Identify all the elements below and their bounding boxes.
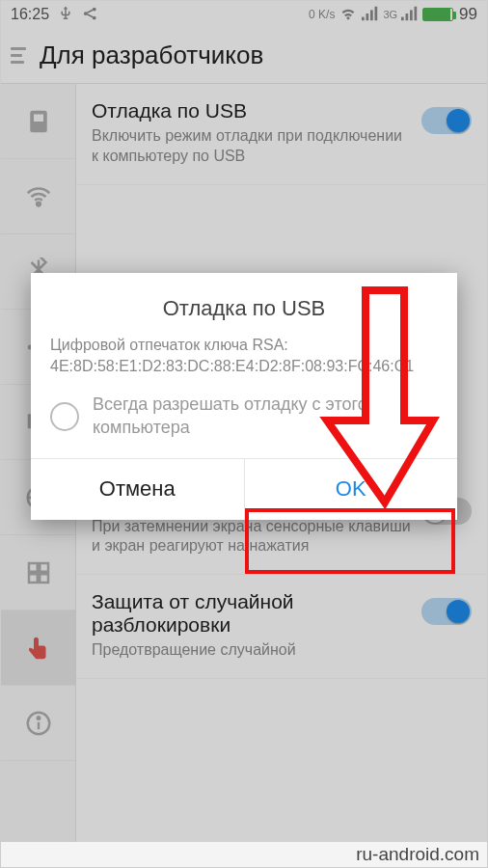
watermark: ru-android.com (1, 842, 487, 867)
dialog-title: Отладка по USB (50, 296, 438, 321)
dialog-always-allow-row[interactable]: Всегда разрешать отладку с этого компьют… (50, 393, 438, 439)
dialog-usb-debugging: Отладка по USB Цифровой отпечаток ключа … (31, 273, 457, 520)
dialog-fingerprint: Цифровой отпечаток ключа RSA: 4E:8D:58:E… (50, 335, 438, 376)
checkbox-always-allow[interactable] (50, 402, 79, 431)
ok-button[interactable]: OK (244, 459, 458, 520)
cancel-button[interactable]: Отмена (31, 459, 244, 520)
dialog-always-allow-label: Всегда разрешать отладку с этого компьют… (93, 393, 438, 439)
dialog-overlay[interactable]: Отладка по USB Цифровой отпечаток ключа … (1, 1, 487, 867)
